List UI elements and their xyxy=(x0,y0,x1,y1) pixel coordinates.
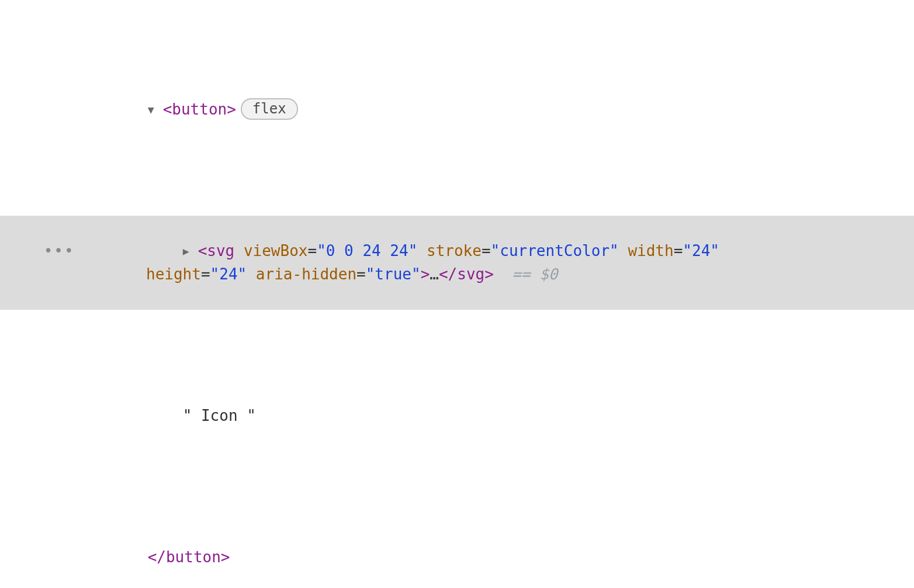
eq-dollar-zero: == $0 xyxy=(512,265,558,283)
tag-svg-open: svg xyxy=(207,242,234,260)
attr-width-name: width xyxy=(628,242,673,260)
tag-button-open: button xyxy=(172,101,227,118)
attr-width-val: 24 xyxy=(692,242,710,260)
attr-ariahidden-val: true xyxy=(375,265,411,283)
ellipsis-icon[interactable]: ••• xyxy=(37,242,75,260)
attr-height-val: 24 xyxy=(219,265,237,283)
disclosure-closed-icon[interactable] xyxy=(183,238,198,261)
elements-row-button-open[interactable]: <button>flex xyxy=(0,74,914,145)
tag-svg-close: svg xyxy=(457,265,484,283)
tag-button-close: button xyxy=(166,548,221,566)
elements-row-button-close[interactable]: </button> xyxy=(0,522,914,588)
attr-viewbox-name: viewBox xyxy=(244,242,308,260)
attr-stroke-val: currentColor xyxy=(500,242,610,260)
attr-ariahidden-name: aria-hidden xyxy=(256,265,356,283)
elements-row-text-node[interactable]: " Icon " xyxy=(0,381,914,451)
text-node-icon: " Icon " xyxy=(183,407,256,424)
attr-stroke-name: stroke xyxy=(427,242,482,260)
elements-tree: <button>flex •••<svg viewBox="0 0 24 24"… xyxy=(0,0,914,588)
disclosure-open-icon[interactable] xyxy=(148,96,163,120)
attr-height-name: height xyxy=(146,265,201,283)
elements-row-svg-selected[interactable]: •••<svg viewBox="0 0 24 24" stroke="curr… xyxy=(0,216,914,310)
attr-viewbox-val: 0 0 24 24 xyxy=(326,242,408,260)
collapsed-ellipsis[interactable]: … xyxy=(430,265,439,283)
flex-badge[interactable]: flex xyxy=(241,98,298,119)
